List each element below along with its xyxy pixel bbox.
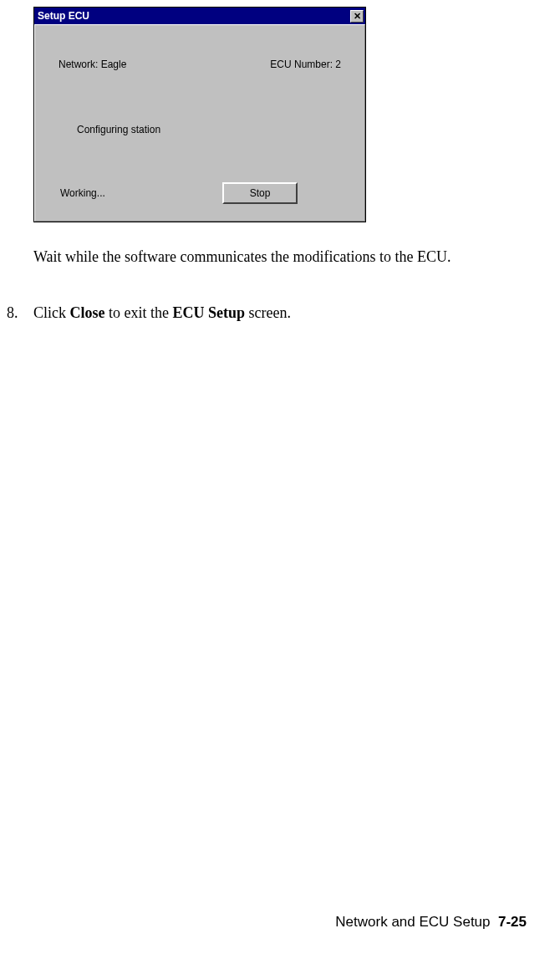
- setup-ecu-dialog: Setup ECU ✕ Network: Eagle ECU Number: 2…: [33, 7, 366, 222]
- step-body: Click Close to exit the ECU Setup screen…: [33, 303, 510, 323]
- dialog-body: Network: Eagle ECU Number: 2 Configuring…: [34, 24, 365, 222]
- network-label: Network: Eagle: [59, 59, 126, 70]
- bottom-row: Working... Stop: [60, 182, 339, 204]
- ecu-number-label: ECU Number: 2: [270, 59, 341, 70]
- info-row: Network: Eagle ECU Number: 2: [59, 59, 341, 70]
- step-number: 8.: [0, 303, 33, 323]
- footer-page: 7-25: [498, 914, 527, 930]
- wait-paragraph: Wait while the software communicates the…: [33, 247, 510, 267]
- dialog-title: Setup ECU: [38, 10, 89, 22]
- close-icon[interactable]: ✕: [350, 10, 364, 23]
- close-glyph: ✕: [354, 12, 361, 21]
- step-prefix: Click: [33, 304, 70, 321]
- step-bold-close: Close: [70, 304, 105, 321]
- stop-button[interactable]: Stop: [222, 182, 298, 204]
- page-footer: Network and ECU Setup 7-25: [335, 914, 527, 931]
- working-text: Working...: [60, 187, 105, 199]
- dialog-titlebar: Setup ECU ✕: [34, 8, 365, 24]
- step-bold-ecu-setup: ECU Setup: [172, 304, 245, 321]
- configuring-text: Configuring station: [77, 124, 160, 135]
- step-suffix: screen.: [245, 304, 291, 321]
- footer-section: Network and ECU Setup: [335, 914, 490, 930]
- step-mid: to exit the: [105, 304, 173, 321]
- step-8: 8. Click Close to exit the ECU Setup scr…: [0, 303, 510, 323]
